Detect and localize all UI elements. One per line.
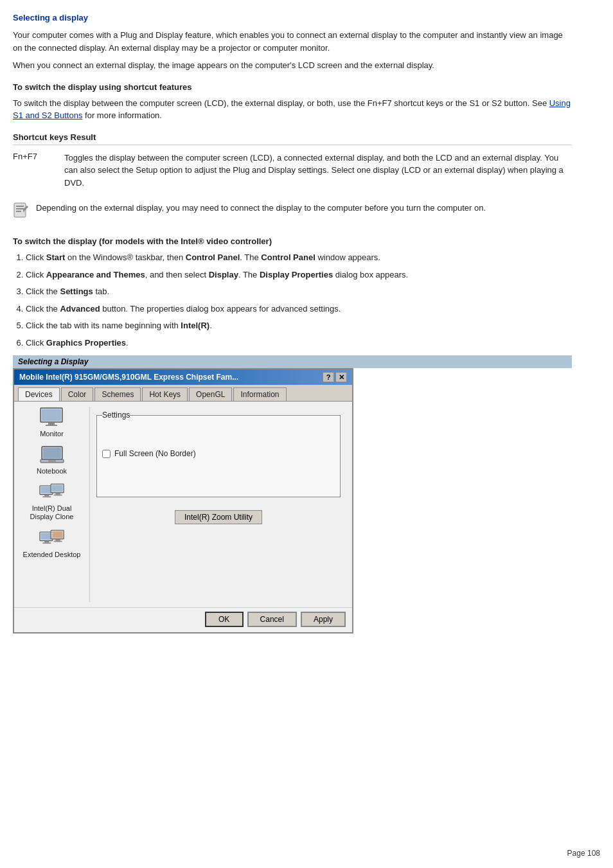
dialog-body: Monitor Notebook bbox=[14, 402, 352, 607]
svg-rect-28 bbox=[55, 539, 60, 541]
settings-legend: Settings bbox=[102, 411, 130, 420]
svg-rect-17 bbox=[42, 496, 51, 497]
dialog-tabs: Devices Color Schemes Hot Keys OpenGL In… bbox=[14, 385, 352, 402]
tab-opengl[interactable]: OpenGL bbox=[189, 387, 232, 401]
step-1: Click Start on the Windows® taskbar, the… bbox=[26, 251, 572, 264]
page-title: Selecting a display bbox=[13, 13, 572, 22]
section1-para: To switch the display between the comput… bbox=[13, 97, 572, 122]
settings-panel: Settings Full Screen (No Border) Intel(R… bbox=[90, 407, 347, 602]
svg-rect-9 bbox=[46, 425, 57, 426]
step-5: Click the tab with its name beginning wi… bbox=[26, 319, 572, 332]
dialog-titlebar: Mobile Intel(R) 915GM/GMS,910GML Express… bbox=[14, 369, 352, 385]
fullscreen-checkbox[interactable] bbox=[102, 450, 111, 458]
close-button[interactable]: ✕ bbox=[335, 372, 347, 382]
svg-rect-7 bbox=[42, 409, 61, 421]
intro-para2: When you connect an external display, th… bbox=[13, 59, 572, 72]
step-4: Click the Advanced button. The propertie… bbox=[26, 303, 572, 315]
ok-button[interactable]: OK bbox=[205, 612, 244, 627]
intro-para1: Your computer comes with a Plug and Disp… bbox=[13, 29, 572, 54]
step-3: Click the Settings tab. bbox=[26, 285, 572, 298]
shortcut-row: Fn+F7 Toggles the display between the co… bbox=[13, 152, 572, 190]
steps-list: Click Start on the Windows® taskbar, the… bbox=[26, 251, 572, 349]
device-list: Monitor Notebook bbox=[19, 407, 90, 602]
device-notebook-label: Notebook bbox=[37, 467, 67, 475]
svg-rect-20 bbox=[55, 493, 60, 495]
note-text: Depending on the external display, you m… bbox=[36, 202, 486, 215]
svg-rect-29 bbox=[53, 541, 62, 542]
step-6: Click Graphics Properties. bbox=[26, 337, 572, 350]
apply-button[interactable]: Apply bbox=[301, 612, 346, 627]
svg-rect-16 bbox=[44, 495, 49, 497]
svg-rect-25 bbox=[42, 543, 51, 544]
svg-rect-15 bbox=[40, 487, 51, 493]
svg-rect-19 bbox=[52, 485, 62, 492]
step-2: Click Appearance and Themes, and then se… bbox=[26, 269, 572, 281]
shortcut-desc: Toggles the display between the computer… bbox=[64, 152, 572, 190]
note-icon bbox=[13, 202, 31, 222]
section1-heading: To switch the display using shortcut fea… bbox=[13, 82, 572, 92]
note-box: Depending on the external display, you m… bbox=[13, 198, 572, 226]
section2-heading: To switch the display (for models with t… bbox=[13, 236, 572, 246]
svg-rect-13 bbox=[48, 461, 56, 462]
dialog-title: Mobile Intel(R) 915GM/GMS,910GML Express… bbox=[19, 373, 238, 382]
dialog-window: Mobile Intel(R) 915GM/GMS,910GML Express… bbox=[13, 368, 353, 633]
cancel-button[interactable]: Cancel bbox=[247, 612, 297, 627]
device-notebook[interactable]: Notebook bbox=[19, 444, 84, 475]
dialog-footer: OK Cancel Apply bbox=[14, 607, 352, 632]
tab-devices[interactable]: Devices bbox=[18, 387, 60, 401]
svg-rect-27 bbox=[52, 531, 62, 538]
device-dual[interactable]: Intel(R) DualDisplay Clone bbox=[19, 481, 84, 521]
svg-rect-21 bbox=[53, 495, 62, 496]
help-button[interactable]: ? bbox=[323, 372, 334, 382]
fullscreen-checkbox-row: Full Screen (No Border) bbox=[102, 449, 335, 458]
svg-rect-8 bbox=[48, 422, 55, 425]
svg-rect-24 bbox=[44, 541, 49, 543]
device-monitor[interactable]: Monitor bbox=[19, 407, 84, 438]
dialog-title-buttons: ? ✕ bbox=[323, 372, 347, 382]
svg-rect-23 bbox=[40, 533, 51, 540]
shortcut-key: Fn+F7 bbox=[13, 152, 51, 190]
tab-schemes[interactable]: Schemes bbox=[94, 387, 141, 401]
tab-hotkeys[interactable]: Hot Keys bbox=[142, 387, 188, 401]
tab-information[interactable]: Information bbox=[233, 387, 286, 401]
page-number: Page 108 bbox=[567, 849, 600, 858]
fullscreen-label: Full Screen (No Border) bbox=[114, 449, 196, 458]
device-extended[interactable]: Extended Desktop bbox=[19, 527, 84, 558]
device-extended-label: Extended Desktop bbox=[23, 551, 81, 558]
svg-rect-11 bbox=[43, 448, 61, 458]
device-monitor-label: Monitor bbox=[40, 430, 64, 438]
zoom-utility-button[interactable]: Intel(R) Zoom Utility bbox=[175, 510, 262, 524]
shortcut-header: Shortcut keys Result bbox=[13, 132, 572, 145]
image-label: Selecting a Display bbox=[13, 355, 572, 368]
device-dual-label: Intel(R) DualDisplay Clone bbox=[30, 504, 74, 521]
tab-color[interactable]: Color bbox=[61, 387, 94, 401]
